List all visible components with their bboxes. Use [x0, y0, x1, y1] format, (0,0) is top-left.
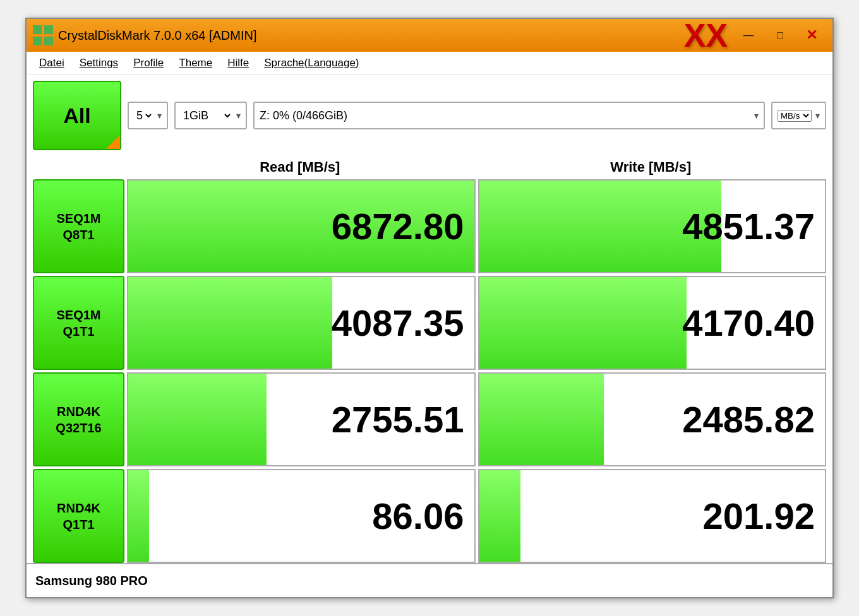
status-bar: Samsung 980 PRO — [27, 563, 832, 597]
read-value-seq1m-q1t1: 4087.35 — [127, 276, 476, 370]
drive-label: Z: 0% (0/466GiB) — [260, 109, 347, 122]
table-row: SEQ1MQ1T1 4087.35 4170.40 — [33, 276, 826, 370]
all-button[interactable]: All — [33, 81, 121, 150]
unit-select[interactable]: MB/sGB/sIOPSμs — [778, 110, 812, 122]
size-select-container[interactable]: 512MiB1GiB2GiB4GiB 8GiB16GiB32GiB64GiB ▾ — [174, 102, 247, 129]
results-area: Read [MB/s] Write [MB/s] SEQ1MQ8T1 6872.… — [27, 157, 832, 563]
menu-bar: Datei Settings Profile Theme Hilfe Sprac… — [27, 52, 832, 74]
write-value-rnd4k-q32t16: 2485.82 — [478, 372, 827, 466]
menu-profile[interactable]: Profile — [126, 54, 171, 72]
size-select[interactable]: 512MiB1GiB2GiB4GiB 8GiB16GiB32GiB64GiB — [181, 109, 232, 122]
runs-select-container[interactable]: 1234 56789 ▾ — [128, 102, 168, 129]
write-header: Write [MB/s] — [476, 157, 827, 178]
svg-rect-0 — [33, 25, 42, 34]
runs-select[interactable]: 1234 56789 — [134, 109, 153, 122]
read-header: Read [MB/s] — [124, 157, 476, 178]
svg-rect-1 — [33, 37, 42, 45]
menu-theme[interactable]: Theme — [171, 54, 220, 72]
row-label-seq1m-q8t1: SEQ1MQ8T1 — [33, 179, 124, 273]
logo-xx: XX — [684, 19, 728, 52]
window-title: CrystalDiskMark 7.0.0 x64 [ADMIN] — [58, 28, 257, 43]
minimize-button[interactable]: — — [734, 25, 763, 45]
title-bar-left: CrystalDiskMark 7.0.0 x64 [ADMIN] — [33, 25, 257, 45]
read-value-rnd4k-q32t16: 2755.51 — [127, 372, 476, 466]
runs-chevron-icon: ▾ — [157, 110, 162, 121]
drive-select-container[interactable]: Z: 0% (0/466GiB) ▾ — [253, 102, 765, 129]
table-row: SEQ1MQ8T1 6872.80 4851.37 — [33, 179, 826, 273]
read-value-rnd4k-q1t1: 86.06 — [127, 469, 476, 563]
row-label-rnd4k-q32t16: RND4KQ32T16 — [33, 372, 124, 466]
drive-chevron-icon: ▾ — [754, 110, 759, 121]
write-value-seq1m-q8t1: 4851.37 — [478, 179, 827, 273]
maximize-button[interactable]: □ — [766, 25, 795, 45]
menu-settings[interactable]: Settings — [72, 54, 126, 72]
menu-hilfe[interactable]: Hilfe — [220, 54, 256, 72]
title-bar: CrystalDiskMark 7.0.0 x64 [ADMIN] XX — □… — [27, 19, 832, 52]
row-label-rnd4k-q1t1: RND4KQ1T1 — [33, 469, 124, 563]
main-window: CrystalDiskMark 7.0.0 x64 [ADMIN] XX — □… — [25, 18, 834, 598]
app-icon — [33, 25, 53, 45]
column-headers: Read [MB/s] Write [MB/s] — [33, 157, 826, 178]
svg-rect-2 — [44, 25, 53, 34]
status-text: Samsung 980 PRO — [35, 574, 148, 588]
unit-chevron-icon: ▾ — [815, 110, 820, 121]
unit-select-container[interactable]: MB/sGB/sIOPSμs ▾ — [771, 102, 826, 129]
write-value-rnd4k-q1t1: 201.92 — [478, 469, 827, 563]
result-rows: SEQ1MQ8T1 6872.80 4851.37 SEQ1MQ1T1 — [33, 179, 826, 563]
toolbar: All 1234 56789 ▾ 512MiB1GiB2GiB4GiB 8GiB… — [27, 74, 832, 157]
table-row: RND4KQ1T1 86.06 201.92 — [33, 469, 826, 563]
size-chevron-icon: ▾ — [236, 110, 241, 121]
table-row: RND4KQ32T16 2755.51 2485.82 — [33, 372, 826, 466]
write-value-seq1m-q1t1: 4170.40 — [478, 276, 827, 370]
menu-datei[interactable]: Datei — [32, 54, 72, 72]
row-label-seq1m-q1t1: SEQ1MQ1T1 — [33, 276, 124, 370]
svg-rect-3 — [44, 37, 53, 45]
menu-sprache[interactable]: Sprache(Language) — [256, 54, 366, 72]
read-value-seq1m-q8t1: 6872.80 — [127, 179, 476, 273]
toolbar-selects: 1234 56789 ▾ 512MiB1GiB2GiB4GiB 8GiB16Gi… — [128, 102, 826, 129]
close-button[interactable]: ✕ — [797, 25, 826, 45]
window-controls: — □ ✕ — [734, 25, 826, 45]
